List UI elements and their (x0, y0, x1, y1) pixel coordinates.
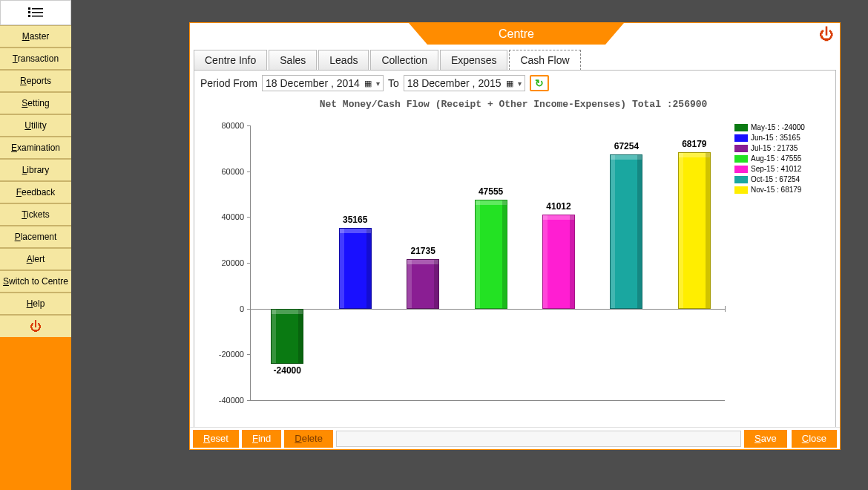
bar-value-label: 67254 (589, 141, 663, 151)
svg-rect-0 (28, 7, 30, 10)
bar-value-label: 68179 (657, 139, 731, 149)
main-window: Centre ⏻ Centre InfoSalesLeadsCollection… (189, 22, 841, 450)
tab-expenses[interactable]: Expenses (440, 50, 507, 71)
window-close-icon[interactable]: ⏻ (819, 26, 834, 43)
bottom-search-input[interactable] (336, 431, 741, 447)
sidebar-item-setting[interactable]: Setting (0, 92, 71, 114)
legend-label: Aug-15 : 47555 (751, 154, 801, 164)
legend-label: Jun-15 : 35165 (751, 133, 800, 143)
svg-rect-5 (32, 16, 43, 17)
chevron-down-icon: ▾ (376, 79, 380, 88)
chart-title: Net Money/Cash Flow (Receipt + Other Inc… (194, 96, 832, 117)
legend-item: Sep-15 : 41012 (734, 164, 805, 174)
legend-item: Aug-15 : 47555 (734, 154, 805, 164)
bar-value-label: 35165 (318, 215, 392, 225)
sidebar-item-alert[interactable]: Alert (0, 248, 71, 270)
bar-nov-15: 68179 (678, 152, 711, 308)
tab-collection[interactable]: Collection (370, 50, 438, 71)
legend-swatch (734, 186, 748, 194)
tab-content: Period From 18 December , 2014 ▦▾ To 18 … (194, 70, 836, 434)
chevron-down-icon: ▾ (518, 79, 522, 88)
svg-rect-2 (28, 11, 30, 13)
power-icon: ⏻ (30, 320, 42, 333)
legend-item: Jun-15 : 35165 (734, 133, 805, 143)
bar-sep-15: 41012 (542, 215, 575, 308)
close-button[interactable]: Close (792, 430, 837, 448)
tab-cash-flow[interactable]: Cash Flow (509, 50, 580, 71)
sidebar-item-tickets[interactable]: Tickets (0, 203, 71, 226)
tabs: Centre InfoSalesLeadsCollectionExpensesC… (194, 50, 836, 71)
calendar-icon: ▦ (506, 79, 513, 88)
legend-swatch (734, 155, 748, 163)
refresh-button[interactable]: ↻ (530, 75, 549, 91)
calendar-icon: ▦ (364, 79, 372, 88)
y-axis (250, 125, 251, 400)
y-tick-label: 20000 (221, 258, 244, 267)
bar-may-15: -24000 (271, 309, 303, 364)
sidebar-item-feedback[interactable]: Feedback (0, 181, 71, 203)
tab-sales[interactable]: Sales (269, 50, 317, 71)
chart-legend: May-15 : -24000Jun-15 : 35165Jul-15 : 21… (734, 122, 805, 195)
y-tick-label: 40000 (221, 212, 244, 221)
legend-label: Nov-15 : 68179 (751, 185, 801, 195)
reset-button[interactable]: Reset (193, 430, 239, 448)
period-to-input[interactable]: 18 December , 2015 ▦▾ (404, 75, 525, 91)
tab-leads[interactable]: Leads (318, 50, 369, 71)
svg-rect-3 (32, 12, 43, 13)
y-tick-label: 80000 (221, 121, 244, 130)
y-tick-label: -20000 (219, 350, 244, 359)
bar-value-label: -24000 (250, 365, 324, 376)
delete-button[interactable]: Delete (284, 430, 333, 448)
legend-swatch (734, 176, 748, 183)
legend-item: Jul-15 : 21735 (734, 143, 805, 154)
legend-item: Oct-15 : 67254 (734, 174, 805, 185)
period-from-label: Period From (200, 77, 257, 89)
legend-swatch (734, 166, 748, 173)
svg-rect-1 (32, 8, 43, 10)
refresh-icon: ↻ (535, 77, 544, 89)
y-tick-label: -40000 (219, 396, 244, 405)
bar-aug-15: 47555 (475, 200, 507, 309)
bar-value-label: 21735 (386, 246, 460, 256)
sidebar-item-master[interactable]: Master (0, 25, 71, 48)
sidebar-power[interactable]: ⏻ (0, 315, 71, 337)
period-from-input[interactable]: 18 December , 2014 ▦▾ (262, 75, 384, 91)
y-tick-label: 0 (240, 304, 244, 313)
period-to-label: To (388, 77, 399, 89)
sidebar: MasterTransactionReportsSettingUtilityEx… (0, 0, 71, 490)
legend-label: Jul-15 : 21735 (751, 143, 798, 154)
svg-rect-4 (28, 15, 30, 17)
legend-item: Nov-15 : 68179 (734, 185, 805, 195)
sidebar-item-placement[interactable]: Placement (0, 226, 71, 248)
bar-oct-15: 67254 (610, 154, 642, 308)
chart: Net Money/Cash Flow (Receipt + Other Inc… (194, 96, 832, 415)
hamburger-icon[interactable] (0, 0, 71, 25)
legend-label: Sep-15 : 41012 (751, 164, 801, 174)
find-button[interactable]: Find (242, 430, 281, 448)
period-row: Period From 18 December , 2014 ▦▾ To 18 … (194, 71, 835, 96)
legend-label: May-15 : -24000 (751, 122, 805, 133)
bottom-toolbar: Reset Find Delete Save Close (190, 427, 840, 449)
bar-jun-15: 35165 (339, 228, 372, 308)
sidebar-item-utility[interactable]: Utility (0, 114, 71, 137)
bar-jul-15: 21735 (407, 259, 439, 309)
sidebar-item-reports[interactable]: Reports (0, 70, 71, 92)
sidebar-item-library[interactable]: Library (0, 159, 71, 181)
chart-plot: -40000-20000020000400006000080000-240003… (250, 125, 725, 400)
bar-value-label: 47555 (454, 186, 528, 197)
sidebar-item-transaction[interactable]: Transaction (0, 48, 71, 70)
tab-centre-info[interactable]: Centre Info (194, 50, 267, 71)
legend-label: Oct-15 : 67254 (751, 174, 800, 185)
legend-swatch (734, 124, 748, 131)
sidebar-item-switch-to-centre[interactable]: Switch to Centre (0, 270, 71, 293)
legend-swatch (734, 134, 748, 142)
sidebar-item-examination[interactable]: Examination (0, 137, 71, 159)
legend-item: May-15 : -24000 (734, 122, 805, 133)
save-button[interactable]: Save (744, 430, 787, 448)
y-tick-label: 60000 (221, 167, 244, 176)
window-title: Centre (427, 23, 605, 45)
sidebar-item-help[interactable]: Help (0, 293, 71, 315)
bar-value-label: 41012 (522, 201, 596, 212)
legend-swatch (734, 145, 748, 152)
